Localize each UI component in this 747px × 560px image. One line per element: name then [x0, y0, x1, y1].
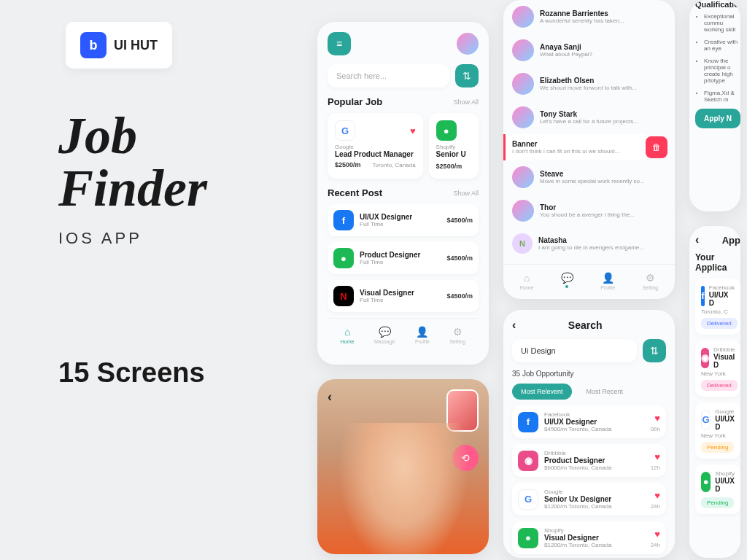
message-name: Tony Stark — [540, 110, 666, 118]
avatar — [512, 200, 534, 222]
favorite-icon[interactable]: ♥ — [654, 529, 660, 540]
status-badge: Pending — [701, 442, 734, 453]
message-row[interactable]: Tony StarkLet's have a call for a future… — [503, 101, 675, 134]
application-row[interactable]: ◉DribbbleVisual DNew YorkDelivered — [695, 341, 740, 397]
chip-relevant[interactable]: Most Relevent — [512, 384, 572, 400]
recent-post-row[interactable]: f UI/UX DesignerFull Time $4500/m — [328, 204, 479, 236]
caller-face — [338, 423, 469, 554]
avatar-initial: N — [512, 233, 533, 254]
popular-job-card[interactable]: ● Shopify Senior U $2500/m — [429, 113, 479, 179]
chat-icon: 💬 — [374, 326, 395, 338]
company-icon: ◉ — [518, 451, 538, 471]
search-result-row[interactable]: GGoogleSenior Ux Designer$1200/m Toronto… — [512, 483, 666, 516]
tab-setting[interactable]: ⚙Setting — [642, 272, 658, 290]
tab-home[interactable]: ⌂Home — [520, 272, 534, 290]
company-name: Facebook — [709, 284, 735, 291]
recent-post-row[interactable]: ● Product DesignerFull Time $4500/m — [328, 242, 479, 274]
popular-job-card[interactable]: G♥ Google Lead Product Manager $2500/mTo… — [328, 113, 423, 179]
search-result-row[interactable]: fFacebookUI/UX Designer$4500/m Toronto, … — [512, 405, 666, 438]
search-placeholder: Search here... — [336, 71, 387, 80]
message-row[interactable]: NNatashaI am going to die in avengers en… — [503, 228, 675, 260]
search-input[interactable]: Ui Design — [512, 339, 637, 362]
filter-button[interactable]: ⇅ — [455, 64, 479, 88]
message-text: Let's have a call for a future projects.… — [540, 118, 666, 125]
recent-post-title: Recent Post — [328, 187, 382, 198]
job-title: Visual Designer — [544, 534, 645, 542]
application-row[interactable]: fFacebookUI/UX DToronto, CDelivered — [695, 279, 740, 335]
message-row[interactable]: Anaya SanjiWhat about Paypal? — [503, 34, 675, 67]
tab-home[interactable]: ⌂Home — [341, 326, 355, 344]
job-meta: $4500/m Toronto, Canada — [544, 426, 645, 432]
search-result-row[interactable]: ●ShopifyVisual Designer$1200/m Toronto, … — [512, 521, 666, 554]
popular-job-title: Popular Job — [328, 96, 382, 107]
brand-logo: b UI HUT — [66, 22, 172, 69]
location: New York — [701, 370, 735, 377]
company-name: Dribbble — [713, 346, 735, 353]
chat-icon: 💬 — [561, 272, 573, 284]
screen-job-detail: Qualifications: Exceptional commu workin… — [689, 0, 740, 211]
message-name: Natasha — [538, 236, 666, 244]
search-input[interactable]: Search here... — [328, 64, 449, 88]
delete-button[interactable]: 🗑 — [646, 136, 667, 158]
show-all-link[interactable]: Show All — [453, 98, 479, 106]
hero-block: Job Finder IOS APP — [58, 109, 207, 248]
screen-home: ≡ Search here... ⇅ Popular Job Show All … — [317, 22, 489, 365]
menu-button[interactable]: ≡ — [328, 32, 351, 55]
netflix-icon: N — [333, 286, 354, 306]
back-button[interactable]: ‹ — [695, 233, 699, 246]
back-button[interactable]: ‹ — [512, 319, 516, 332]
company-name: Dribbble — [544, 450, 645, 456]
application-row[interactable]: ●ShopifyUI/UX DPending — [695, 464, 740, 514]
chip-recent[interactable]: Most Recent — [578, 384, 632, 400]
time-ago: 24h — [651, 542, 660, 548]
search-result-row[interactable]: ◉DribbbleProduct Designer$6000/m Toronto… — [512, 444, 666, 477]
job-title: UI/UX D — [715, 477, 735, 493]
message-name: Rozanne Barrientes — [540, 9, 666, 18]
status-badge: Pending — [701, 497, 734, 508]
message-text: What about Paypal? — [540, 51, 666, 58]
salary: $4500/m — [446, 292, 473, 300]
job-type: Full Time — [360, 259, 441, 265]
message-row[interactable]: Elizabeth OlsenWe shoud move forword to … — [503, 67, 675, 101]
message-row[interactable]: ThorYou shoud be a avenger i thing the..… — [503, 194, 675, 228]
back-button[interactable]: ‹ — [328, 389, 332, 405]
tab-message[interactable]: 💬Massage — [374, 326, 395, 344]
hero-title-2: Finder — [58, 162, 207, 214]
job-meta: $1200/m Toronto, Canada — [544, 542, 645, 548]
favorite-icon[interactable]: ♥ — [654, 490, 660, 501]
job-type: Full Time — [360, 221, 441, 228]
location: Toronto, Canada — [372, 162, 415, 168]
message-text: Move in some special work recently so... — [540, 178, 666, 184]
logo-mark: b — [80, 32, 107, 58]
avatar — [512, 39, 534, 61]
job-title: Visual D — [713, 353, 735, 369]
favorite-icon[interactable]: ♥ — [410, 125, 416, 136]
active-dot — [565, 285, 568, 288]
apply-button[interactable]: Apply N — [695, 109, 740, 128]
profile-icon: 👤 — [600, 272, 615, 284]
job-title: UI/UX D — [715, 415, 735, 431]
applications-title: App — [722, 235, 740, 246]
recent-post-row[interactable]: N Visual DesignerFull Time $4500/m — [328, 280, 479, 312]
company-name: Shopify — [715, 470, 735, 477]
application-row[interactable]: GGoogleUI/UX DNew YorkPending — [695, 402, 740, 459]
message-row[interactable]: Rozanne BarrientesA wonderful serenity h… — [503, 0, 675, 34]
message-row[interactable]: SteaveMove in some special work recently… — [503, 160, 675, 194]
avatar[interactable] — [457, 33, 479, 55]
tab-message[interactable]: 💬 — [561, 272, 573, 290]
filter-button[interactable]: ⇅ — [643, 339, 666, 362]
screen-search: ‹ Search Ui Design ⇅ 35 Job Opportunity … — [503, 310, 675, 558]
show-all-link[interactable]: Show All — [453, 190, 479, 197]
qualification-item: Exceptional commu working skill — [704, 13, 740, 33]
avatar — [512, 166, 534, 188]
company-icon: f — [701, 286, 705, 306]
tab-setting[interactable]: ⚙Setting — [449, 326, 465, 344]
favorite-icon[interactable]: ♥ — [654, 413, 660, 424]
favorite-icon[interactable]: ♥ — [654, 451, 660, 462]
company-icon: G — [701, 410, 711, 430]
tab-profile[interactable]: 👤Profile — [415, 326, 430, 344]
tab-profile[interactable]: 👤Profile — [600, 272, 615, 290]
home-icon: ⌂ — [520, 272, 534, 284]
tab-bar: ⌂Home 💬 👤Profile ⚙Setting — [503, 264, 675, 293]
spotify-icon: ● — [333, 248, 354, 268]
